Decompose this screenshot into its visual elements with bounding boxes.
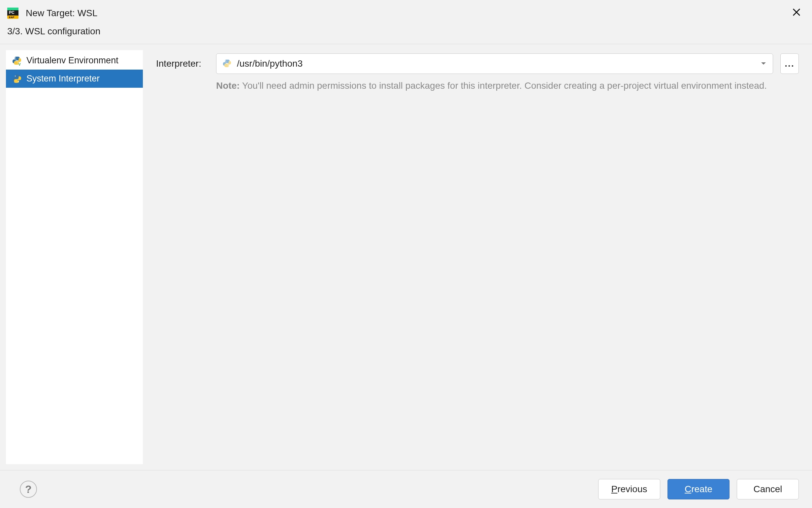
note-text: You'll need admin permissions to install…	[240, 81, 767, 91]
note-prefix: Note:	[216, 81, 240, 91]
permissions-note: Note: You'll need admin permissions to i…	[156, 81, 799, 91]
svg-text:V: V	[18, 63, 21, 66]
help-icon: ?	[25, 483, 32, 496]
cancel-button[interactable]: Cancel	[737, 479, 799, 499]
browse-button[interactable]: ...	[780, 53, 799, 74]
sidebar-item-label: Virtualenv Environment	[27, 55, 119, 66]
interpreter-combobox[interactable]: /usr/bin/python3	[216, 53, 773, 74]
previous-button[interactable]: Previous	[598, 479, 660, 499]
interpreter-row: Interpreter: /usr/bin/python3 ...	[156, 53, 799, 74]
step-subtitle: 3/3. WSL configuration	[0, 24, 812, 44]
svg-point-11	[228, 66, 229, 66]
dialog-footer: ? Previous Create Cancel	[0, 470, 812, 508]
interpreter-label: Interpreter:	[156, 58, 209, 69]
python-icon: V	[12, 56, 22, 66]
interpreter-value: /usr/bin/python3	[237, 58, 756, 69]
help-button[interactable]: ?	[20, 481, 37, 498]
svg-text:EAP: EAP	[9, 16, 14, 19]
svg-text:PC: PC	[9, 10, 14, 15]
ellipsis-icon: ...	[784, 58, 794, 69]
sidebar-item-virtualenv[interactable]: V Virtualenv Environment	[6, 51, 143, 70]
svg-point-9	[18, 81, 19, 82]
titlebar: PC EAP New Target: WSL	[0, 0, 812, 24]
sidebar-item-system-interpreter[interactable]: System Interpreter	[6, 70, 143, 88]
sidebar-item-label: System Interpreter	[27, 74, 100, 84]
window-title: New Target: WSL	[26, 8, 788, 18]
create-button[interactable]: Create	[668, 479, 729, 499]
svg-point-10	[225, 60, 226, 61]
chevron-down-icon	[760, 58, 767, 69]
svg-rect-1	[7, 8, 18, 10]
close-icon[interactable]	[788, 5, 805, 21]
svg-point-5	[15, 57, 16, 58]
dialog-body: V Virtualenv Environment System Interpre…	[0, 44, 812, 470]
python-icon	[12, 74, 22, 84]
pycharm-eap-icon: PC EAP	[7, 8, 18, 19]
svg-point-8	[15, 76, 16, 77]
environment-type-sidebar: V Virtualenv Environment System Interpre…	[6, 50, 143, 464]
python-icon	[222, 59, 232, 69]
content-panel: Interpreter: /usr/bin/python3 ...	[143, 44, 812, 470]
